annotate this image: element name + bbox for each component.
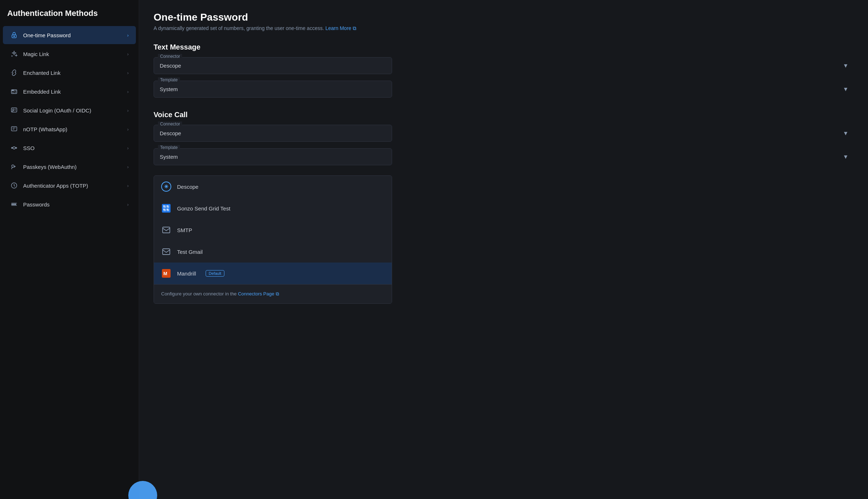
passwords-icon: [10, 200, 18, 208]
sidebar-item-notp-label: nOTP (WhatsApp): [23, 126, 122, 132]
sidebar-item-notp-chevron: ›: [127, 127, 129, 132]
svg-point-15: [14, 204, 15, 205]
learn-more-link[interactable]: Learn More ⧉: [325, 25, 356, 31]
menu-item-descope-label: Descope: [177, 184, 198, 190]
page-title: One-time Password: [154, 12, 854, 23]
menu-item-gonzo[interactable]: Gonzo Send Grid Test: [154, 197, 392, 219]
sidebar-item-passkeys-chevron: ›: [127, 164, 129, 170]
sidebar-item-enchanted-chevron: ›: [127, 70, 129, 76]
voice-template-arrow-icon: ▼: [843, 154, 848, 160]
svg-point-13: [12, 204, 13, 205]
svg-point-16: [15, 204, 16, 205]
voice-call-section: Voice Call Connector Descope ▼ Template …: [154, 111, 854, 165]
sidebar-item-social-label: Social Login (OAuth / OIDC): [23, 107, 122, 114]
sidebar-item-social-chevron: ›: [127, 108, 129, 113]
passkeys-icon: [10, 163, 18, 171]
sidebar-item-embedded-label: Embedded Link: [23, 89, 122, 95]
totp-icon: [10, 182, 18, 189]
whatsapp-icon: [10, 125, 18, 133]
sidebar-item-totp[interactable]: Authenticator Apps (TOTP) ›: [3, 176, 136, 195]
sidebar-item-sso-label: SSO: [23, 145, 122, 151]
voice-connector-arrow-icon: ▼: [843, 130, 848, 137]
svg-rect-18: [163, 227, 170, 233]
sidebar-item-magic-chevron: ›: [127, 51, 129, 57]
sidebar-item-otp-chevron: ›: [127, 33, 129, 38]
voice-template-select[interactable]: System: [154, 148, 392, 165]
sidebar-item-enchanted-label: Enchanted Link: [23, 70, 122, 76]
gmail-envelope-icon: [161, 247, 171, 257]
svg-point-3: [12, 90, 13, 91]
menu-item-smtp[interactable]: SMTP: [154, 219, 392, 241]
voice-connector-label: Connector: [158, 121, 182, 127]
sidebar-item-social-login[interactable]: Social Login (OAuth / OIDC) ›: [3, 101, 136, 119]
embedded-icon: [10, 88, 18, 95]
voice-template-label: Template: [158, 145, 180, 150]
sidebar-title: Authentication Methods: [0, 9, 139, 25]
sidebar-item-otp-label: One-time Password: [23, 32, 122, 38]
sso-icon: [10, 144, 18, 152]
sidebar-item-magic-link[interactable]: Magic Link ›: [3, 45, 136, 63]
menu-item-descope[interactable]: ✳ Descope: [154, 176, 392, 197]
mandrill-default-badge: Default: [206, 270, 225, 277]
connector-dropdown-menu: ✳ Descope Gonzo Send Grid Test: [154, 175, 392, 304]
svg-point-6: [12, 109, 14, 110]
voice-template-wrapper: Template System ▼: [154, 148, 854, 165]
text-connector-arrow-icon: ▼: [843, 63, 848, 69]
sidebar-item-passkeys[interactable]: Passkeys (WebAuthn) ›: [3, 158, 136, 176]
voice-connector-select[interactable]: Descope: [154, 125, 392, 142]
text-template-label: Template: [158, 77, 180, 82]
sidebar-item-embedded-link[interactable]: Embedded Link ›: [3, 82, 136, 101]
sidebar-item-totp-label: Authenticator Apps (TOTP): [23, 183, 122, 189]
sendgrid-brand-icon: [161, 203, 171, 213]
text-template-select[interactable]: System: [154, 81, 392, 98]
smtp-envelope-icon: [161, 225, 171, 235]
sidebar-item-notp[interactable]: nOTP (WhatsApp) ›: [3, 120, 136, 138]
text-connector-wrapper: Connector Descope ▼: [154, 57, 854, 74]
menu-item-test-gmail-label: Test Gmail: [177, 249, 203, 255]
sidebar-item-passwords-label: Passwords: [23, 201, 122, 208]
sidebar-item-passwords-chevron: ›: [127, 202, 129, 207]
page-subtitle: A dynamically generated set of numbers, …: [154, 25, 854, 31]
svg-point-8: [13, 147, 16, 149]
external-link-icon: ⧉: [353, 25, 356, 31]
main-content: One-time Password A dynamically generate…: [139, 0, 868, 499]
menu-item-smtp-label: SMTP: [177, 227, 192, 233]
sidebar: Authentication Methods One-time Password…: [0, 0, 139, 499]
enchanted-icon: [10, 69, 18, 77]
svg-rect-7: [12, 127, 17, 131]
sidebar-item-magic-label: Magic Link: [23, 51, 122, 57]
text-template-wrapper: Template System ▼: [154, 81, 854, 98]
menu-item-test-gmail[interactable]: Test Gmail: [154, 241, 392, 263]
text-message-section: Text Message Connector Descope ▼ Templat…: [154, 43, 854, 98]
sidebar-item-otp[interactable]: One-time Password ›: [3, 26, 136, 44]
social-icon: [10, 106, 18, 114]
connectors-page-link[interactable]: Connectors Page ⧉: [238, 291, 279, 297]
sidebar-item-totp-chevron: ›: [127, 183, 129, 188]
voice-connector-wrapper: Connector Descope ▼: [154, 125, 854, 142]
svg-point-14: [13, 204, 14, 205]
text-connector-select[interactable]: Descope: [154, 57, 392, 74]
sidebar-item-embedded-chevron: ›: [127, 89, 129, 94]
text-message-title: Text Message: [154, 43, 854, 51]
sidebar-item-sso-chevron: ›: [127, 145, 129, 151]
descope-brand-icon: ✳: [161, 182, 171, 192]
menu-item-gonzo-label: Gonzo Send Grid Test: [177, 205, 230, 212]
mandrill-brand-icon: M: [161, 268, 171, 278]
configure-connector-text: Configure your own connector in the Conn…: [154, 284, 392, 303]
svg-point-4: [13, 90, 14, 91]
svg-point-1: [14, 36, 15, 37]
svg-point-11: [12, 165, 14, 167]
connectors-external-link-icon: ⧉: [276, 291, 279, 297]
sidebar-item-enchanted-link[interactable]: Enchanted Link ›: [3, 64, 136, 82]
menu-item-mandrill-label: Mandrill: [177, 270, 196, 277]
voice-call-title: Voice Call: [154, 111, 854, 119]
lock-icon: [10, 31, 18, 39]
svg-rect-19: [163, 249, 170, 255]
sidebar-item-passkeys-label: Passkeys (WebAuthn): [23, 164, 122, 170]
magic-icon: [10, 50, 18, 58]
svg-rect-17: [162, 204, 171, 213]
sidebar-item-sso[interactable]: SSO ›: [3, 139, 136, 157]
menu-item-mandrill[interactable]: M Mandrill Default: [154, 263, 392, 284]
text-connector-label: Connector: [158, 54, 182, 59]
sidebar-item-passwords[interactable]: Passwords ›: [3, 195, 136, 213]
